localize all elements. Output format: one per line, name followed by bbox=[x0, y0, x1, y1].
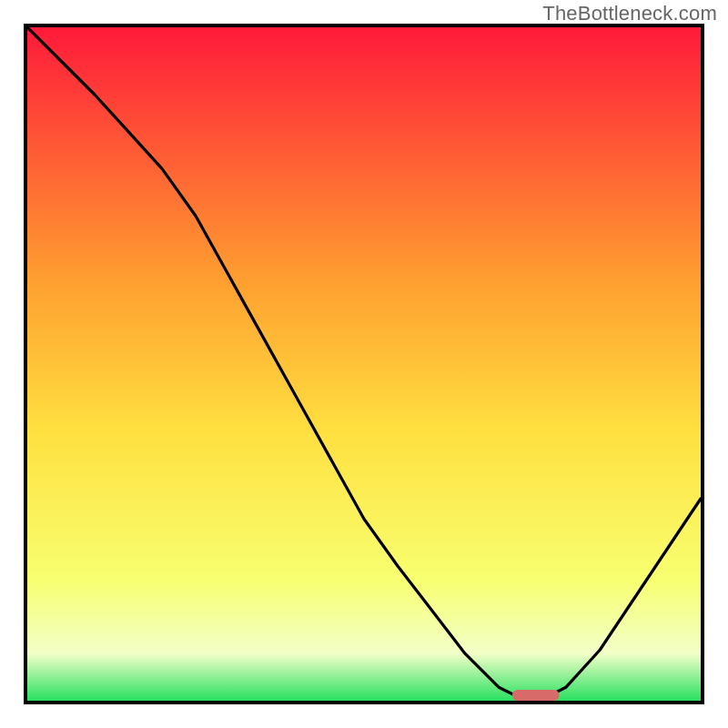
watermark-label: TheBottleneck.com bbox=[542, 2, 717, 25]
gradient-background bbox=[27, 27, 701, 701]
chart-svg bbox=[27, 27, 701, 701]
optimal-marker bbox=[512, 690, 560, 701]
chart-frame: TheBottleneck.com bbox=[0, 0, 728, 728]
